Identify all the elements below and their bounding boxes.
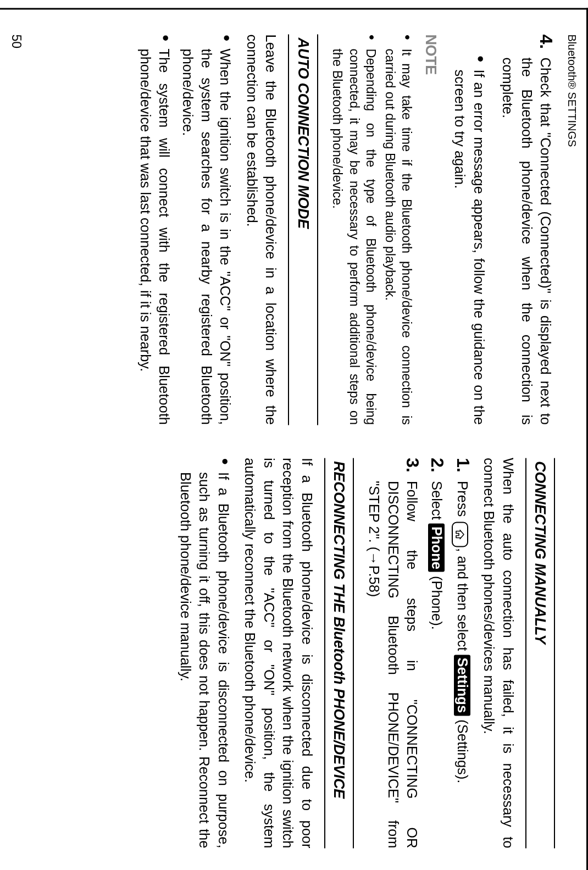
bullet-icon: ● bbox=[400, 34, 415, 43]
bullet-text: When the ignition switch is in the "ACC"… bbox=[178, 48, 235, 425]
reconnect-bullets: ● If a Bluetooth phone/device is disconn… bbox=[176, 458, 233, 849]
content-area: 4. Check that "Connected (Connected)" is… bbox=[126, 34, 555, 848]
auto-paragraph-1: Leave the Bluetooth phone/device in a lo… bbox=[242, 34, 280, 425]
step-2: 2. Select Phone (Phone). bbox=[427, 458, 446, 849]
heading-connecting-manually: CONNECTING MANUALLY bbox=[525, 458, 555, 849]
left-column: 4. Check that "Connected (Connected)" is… bbox=[126, 34, 555, 425]
bullet-icon: ● bbox=[176, 458, 233, 467]
step-4-text: Check that "Connected (Connected)" is di… bbox=[498, 57, 555, 425]
note-bullets: ● It may take time if the Bluetooth phon… bbox=[329, 34, 415, 425]
section-header: Bluetooth® SETTINGS bbox=[565, 34, 578, 147]
step-1-number: 1. bbox=[452, 458, 472, 473]
manual-paragraph-1: When the auto connection has failed, it … bbox=[480, 458, 518, 849]
list-item: ● It may take time if the Bluetooth phon… bbox=[381, 34, 415, 425]
right-column: CONNECTING MANUALLY When the auto connec… bbox=[126, 458, 555, 849]
bullet-text: It may take time if the Bluetooth phone/… bbox=[381, 48, 415, 425]
step-1-mid: , and then select bbox=[455, 548, 470, 651]
list-item: ● When the ignition switch is in the "AC… bbox=[178, 34, 235, 425]
step-2-text: Select Phone (Phone). bbox=[427, 481, 446, 849]
bullet-icon: ● bbox=[136, 34, 174, 43]
settings-label-inverse: Settings bbox=[454, 655, 470, 716]
bullet-text: Depending on the type of Bluetooth phone… bbox=[329, 48, 380, 425]
step-1: 1. Press , and then select Settings (Set… bbox=[452, 458, 472, 849]
auto-bullets: ● When the ignition switch is in the "AC… bbox=[136, 34, 235, 425]
step-1-text: Press , and then select Settings (Settin… bbox=[452, 481, 472, 849]
step-3-line-b: DISCONNECTING Bluetooth PHONE/DEVICE" fr… bbox=[384, 481, 402, 849]
step-2-number: 2. bbox=[427, 458, 446, 473]
heading-auto-connection-mode: AUTO CONNECTION MODE bbox=[288, 34, 318, 425]
bullet-icon: ● bbox=[364, 34, 379, 43]
step-4: 4. Check that "Connected (Connected)" is… bbox=[498, 34, 555, 425]
step-3-text: Follow the steps in "CONNECTING OR DISCO… bbox=[365, 481, 421, 849]
step-2-post: (Phone). bbox=[429, 575, 445, 629]
list-item: ● If a Bluetooth phone/device is disconn… bbox=[176, 458, 233, 849]
step-4-number: 4. bbox=[498, 34, 555, 49]
bullet-text: If a Bluetooth phone/device is disconnec… bbox=[176, 472, 233, 849]
step-4-bullets: ● If an error message appears, follow th… bbox=[451, 55, 489, 425]
step-2-pre: Select bbox=[429, 481, 445, 520]
bullet-text: If an error message appears, follow the … bbox=[451, 69, 489, 425]
note-heading: NOTE bbox=[420, 34, 440, 425]
list-item: ● If an error message appears, follow th… bbox=[451, 55, 489, 425]
step-3-line-a: Follow the steps in "CONNECTING OR bbox=[403, 481, 421, 849]
step-3-line-c: "STEP 2". (→P.58) bbox=[365, 481, 384, 849]
step-1-pre: Press bbox=[455, 481, 470, 517]
bullet-text: The system will connect with the registe… bbox=[136, 48, 174, 425]
list-item: ● The system will connect with the regis… bbox=[136, 34, 174, 425]
page-number: 50 bbox=[9, 34, 24, 48]
page-rule-left bbox=[0, 8, 588, 9]
list-item: ● Depending on the type of Bluetooth pho… bbox=[329, 34, 380, 425]
step-3-number: 3. bbox=[365, 458, 421, 473]
phone-label-inverse: Phone bbox=[428, 523, 445, 572]
bullet-icon: ● bbox=[451, 55, 489, 64]
step-3: 3. Follow the steps in "CONNECTING OR DI… bbox=[365, 458, 421, 849]
house-icon bbox=[455, 529, 465, 540]
reconnect-paragraph-1: If a Bluetooth phone/device is disconnec… bbox=[241, 458, 317, 849]
step-1-post: (Settings). bbox=[455, 719, 470, 783]
bullet-icon: ● bbox=[178, 34, 235, 43]
heading-reconnecting: RECONNECTING THE Bluetooth PHONE/DEVICE bbox=[324, 458, 354, 849]
home-button-icon bbox=[452, 522, 468, 547]
